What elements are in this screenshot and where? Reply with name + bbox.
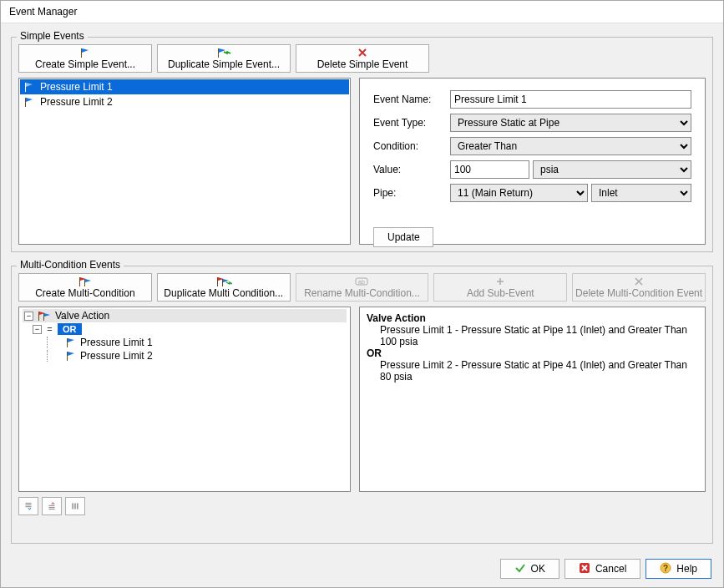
label-value: Value: — [373, 164, 443, 175]
duplicate-multi-condition-button[interactable]: Duplicate Multi Condition... — [157, 273, 291, 302]
label-event-type: Event Type: — [373, 117, 443, 129]
event-type-select[interactable]: Pressure Static at Pipe — [450, 114, 691, 132]
equals-icon: = — [45, 324, 54, 335]
simple-events-group: Simple Events Create Simple Event... Dup… — [11, 37, 713, 252]
svg-rect-15 — [74, 503, 75, 509]
close-icon — [579, 562, 590, 576]
create-simple-event-button[interactable]: Create Simple Event... — [18, 44, 152, 73]
svg-rect-5 — [84, 279, 85, 286]
svg-rect-4 — [79, 277, 80, 286]
update-button[interactable]: Update — [373, 227, 433, 247]
delete-multi-condition-button[interactable]: Delete Multi-Condition Event — [572, 273, 706, 302]
plus-icon — [496, 276, 504, 287]
rename-multi-condition-button[interactable]: ab Rename Multi-Condition... — [296, 273, 429, 302]
svg-rect-13 — [67, 352, 68, 361]
tree-tool-3-button[interactable] — [65, 497, 85, 515]
flag-blue-icon — [23, 97, 35, 107]
create-multi-condition-button[interactable]: Create Multi-Condition — [18, 273, 152, 302]
svg-rect-6 — [217, 277, 218, 286]
svg-text:?: ? — [663, 564, 668, 573]
event-details-pane: Event Name: Event Type: Pressure Static … — [359, 78, 706, 245]
delete-simple-event-button[interactable]: Delete Simple Event — [296, 44, 429, 73]
add-sub-event-button[interactable]: Add Sub-Event — [433, 273, 567, 302]
list-down-icon — [24, 500, 33, 512]
label-condition: Condition: — [373, 140, 443, 152]
flag-blue-icon — [23, 82, 35, 92]
pipe-end-select[interactable]: Inlet — [591, 184, 691, 202]
flags-icon — [37, 311, 52, 321]
simple-events-list[interactable]: Pressure Limit 1 Pressure Limit 2 — [18, 78, 351, 245]
multi-condition-preview: Valve Action Pressure Limit 1 - Pressure… — [359, 307, 706, 492]
preview-line: Pressure Limit 1 - Pressure Static at Pi… — [367, 324, 698, 347]
multi-condition-label: Multi-Condition Events — [17, 259, 124, 271]
collapse-icon[interactable]: − — [24, 312, 33, 321]
tree-operator[interactable]: − = OR — [23, 322, 347, 336]
flag-dup-icon — [216, 47, 231, 58]
ok-button[interactable]: OK — [500, 559, 559, 579]
tree-tool-1-button[interactable] — [18, 497, 38, 515]
rename-icon: ab — [355, 276, 368, 287]
window-title: Event Manager — [1, 1, 723, 23]
flags-dup-icon — [215, 276, 232, 287]
event-manager-window: Event Manager Simple Events Create Simpl… — [0, 0, 724, 588]
list-item[interactable]: Pressure Limit 1 — [20, 79, 349, 94]
svg-rect-12 — [67, 338, 68, 347]
check-icon — [514, 562, 526, 576]
tree-child[interactable]: Pressure Limit 2 — [23, 349, 347, 362]
label-event-name: Event Name: — [373, 94, 443, 105]
delete-x-icon — [357, 47, 367, 58]
list-up-icon — [48, 500, 56, 512]
svg-rect-10 — [38, 312, 39, 321]
preview-operator: OR — [367, 347, 698, 359]
svg-rect-1 — [218, 48, 219, 58]
columns-icon — [71, 500, 79, 512]
condition-select[interactable]: Greater Than — [450, 137, 691, 155]
pipe-select[interactable]: 11 (Main Return) — [450, 184, 588, 202]
svg-rect-16 — [77, 503, 78, 509]
svg-rect-3 — [25, 98, 26, 107]
svg-rect-11 — [43, 313, 44, 321]
multi-condition-events-group: Multi-Condition Events Create Multi-Cond… — [11, 266, 713, 544]
event-name-input[interactable] — [450, 90, 691, 109]
duplicate-simple-event-button[interactable]: Duplicate Simple Event... — [157, 44, 291, 73]
value-unit-select[interactable]: psia — [533, 160, 691, 179]
svg-rect-7 — [222, 279, 223, 286]
flag-blue-icon — [79, 47, 91, 58]
help-button[interactable]: ? Help — [646, 559, 711, 579]
delete-x-icon — [635, 276, 643, 287]
tree-tool-2-button[interactable] — [42, 497, 62, 515]
svg-rect-0 — [81, 48, 82, 58]
list-item[interactable]: Pressure Limit 2 — [20, 94, 349, 109]
svg-rect-2 — [25, 83, 26, 92]
preview-line: Pressure Limit 2 - Pressure Static at Pi… — [367, 359, 698, 383]
collapse-icon[interactable]: − — [33, 325, 42, 334]
tree-child[interactable]: Pressure Limit 1 — [23, 336, 347, 349]
tree-root[interactable]: − Valve Action — [23, 309, 347, 322]
cancel-button[interactable]: Cancel — [565, 559, 640, 579]
svg-rect-14 — [72, 503, 73, 509]
flag-blue-icon — [65, 337, 77, 347]
label-pipe: Pipe: — [373, 187, 443, 199]
value-input[interactable] — [450, 160, 529, 179]
preview-header: Valve Action — [367, 312, 698, 324]
simple-events-label: Simple Events — [17, 30, 88, 42]
svg-text:ab: ab — [358, 279, 365, 285]
operator-badge: OR — [58, 323, 82, 335]
help-icon: ? — [660, 562, 671, 576]
flag-blue-icon — [65, 351, 77, 361]
multi-condition-tree[interactable]: − Valve Action − = OR — [18, 307, 351, 492]
flags-icon — [78, 276, 93, 287]
